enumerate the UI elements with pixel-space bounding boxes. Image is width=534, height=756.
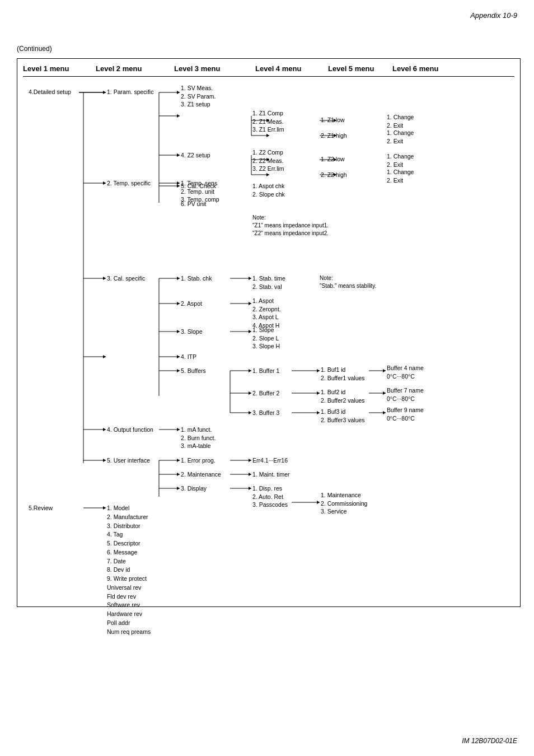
level5-header: Level 5 menu bbox=[328, 64, 392, 73]
l4-maint-timer: 1. Maint. timer bbox=[252, 470, 290, 479]
page: Appendix 10-9 (Continued) Level 1 menu L… bbox=[0, 0, 534, 756]
l4-buf1: 1. Buffer 1 bbox=[252, 367, 279, 375]
l2-param-specific: 1. Param. specific bbox=[107, 88, 153, 96]
l3-z2-setup: 4. Z2 setup bbox=[181, 151, 210, 160]
page-header: Appendix 10-9 bbox=[470, 11, 517, 20]
svg-marker-92 bbox=[249, 459, 251, 462]
l3-display: 3. Display bbox=[181, 484, 207, 493]
l4-buf2: 2. Buffer 2 bbox=[252, 389, 279, 398]
l5-z1high: 2. Z1 high bbox=[321, 132, 347, 140]
svg-marker-62 bbox=[249, 330, 251, 333]
l2-review-items: 1. Model 2. Manufacturer 3. Distributor … bbox=[107, 504, 151, 636]
l4-z1: 1. Z1 Comp 2. Z1 Meas. 3. Z1 Err.lim bbox=[252, 109, 284, 134]
l5-z2low: 1. Z2 low bbox=[321, 155, 345, 164]
svg-marker-69 bbox=[249, 411, 251, 414]
svg-marker-73 bbox=[383, 369, 386, 372]
l2-user-interface: 5. User interface bbox=[107, 456, 150, 465]
svg-marker-71 bbox=[317, 369, 320, 372]
svg-marker-81 bbox=[383, 411, 386, 414]
svg-marker-8 bbox=[103, 277, 106, 280]
svg-marker-75 bbox=[317, 391, 320, 395]
l5-z1low: 1. Z1 low bbox=[321, 116, 345, 124]
l5-passcodes: 1. Maintenance 2. Commissioning 3. Servi… bbox=[321, 491, 367, 516]
svg-marker-88 bbox=[177, 473, 180, 476]
svg-marker-21 bbox=[177, 114, 180, 118]
diagram-container: Level 1 menu Level 2 menu Level 3 menu L… bbox=[17, 58, 521, 607]
svg-marker-14 bbox=[103, 459, 106, 462]
l4-aspot: 1. Aspot 2. Zeropnt. 3. Aspot L 4. Aspot… bbox=[252, 297, 281, 330]
svg-marker-60 bbox=[249, 302, 251, 305]
l4-buf3: 3. Buffer 3 bbox=[252, 409, 279, 417]
continued-label: (Continued) bbox=[17, 45, 517, 53]
l6-buf9: Buffer 9 name 0°C···80°C bbox=[387, 406, 424, 422]
l5-buf1: 1. Buf1 id 2. Buffer1 values bbox=[321, 366, 365, 382]
svg-marker-58 bbox=[249, 277, 251, 280]
l3-slope: 3. Slope bbox=[181, 328, 203, 336]
svg-marker-77 bbox=[383, 391, 386, 395]
level4-header: Level 4 menu bbox=[255, 64, 328, 73]
svg-marker-30 bbox=[266, 134, 269, 137]
l4-stab: 1. Stab. time 2. Stab. val bbox=[252, 274, 285, 291]
l3-buffers: 5. Buffers bbox=[181, 367, 206, 375]
l6-z2low: 1. Change 2. Exit bbox=[387, 152, 414, 169]
l1-review: 5.Review bbox=[29, 504, 53, 512]
svg-marker-16 bbox=[103, 506, 106, 510]
l3-param-items: 1. SV Meas. 2. SV Param. 3. Z1 setup bbox=[181, 84, 216, 109]
note-z-impedance: Note: "Z1" means impedance input1. "Z2" … bbox=[252, 214, 329, 237]
l6-buf7: Buffer 7 name 0°C···80°C bbox=[387, 386, 424, 403]
l4-cal: 1. Aspot chk 2. Slope chk bbox=[252, 182, 285, 198]
l1-detailed-setup: 4.Detailed setup bbox=[29, 88, 71, 96]
l4-slope: 1. Slope 2. Slope L 3. Slope H bbox=[252, 326, 280, 351]
l3-error-prog: 1. Error prog. bbox=[181, 456, 216, 465]
svg-marker-19 bbox=[177, 91, 180, 94]
svg-marker-48 bbox=[177, 277, 180, 280]
l4-error: Err4.1···Err16 bbox=[252, 456, 288, 465]
svg-marker-12 bbox=[103, 428, 106, 431]
svg-marker-90 bbox=[177, 487, 180, 490]
l5-buf3: 1. Buf3 id 2. Buffer3 values bbox=[321, 408, 365, 424]
svg-marker-86 bbox=[177, 459, 180, 462]
svg-marker-10 bbox=[103, 355, 106, 358]
svg-marker-25 bbox=[177, 184, 180, 188]
level2-header: Level 2 menu bbox=[96, 64, 174, 73]
l6-z1low: 1. Change 2. Exit bbox=[387, 113, 414, 129]
svg-marker-98 bbox=[317, 501, 320, 504]
l2-cal-specific: 3. Cal. specific bbox=[107, 274, 145, 283]
l3-ma-items: 1. mA funct. 2. Burn funct. 3. mA-table bbox=[181, 426, 216, 450]
svg-marker-39 bbox=[266, 173, 269, 176]
l5-buf2: 1. Buf2 id 2. Buffer2 values bbox=[321, 388, 365, 404]
level-headers: Level 1 menu Level 2 menu Level 3 menu L… bbox=[23, 64, 514, 77]
l4-disp: 1. Disp. res 2. Auto. Ret 3. Passcodes bbox=[252, 484, 288, 509]
page-footer: IM 12B07D02-01E bbox=[462, 737, 517, 745]
svg-marker-6 bbox=[103, 181, 106, 185]
l6-buf4: Buffer 4 name 0°C···80°C bbox=[387, 364, 424, 380]
diagram-body: 4.Detailed setup 5.Review 1. Param. spec… bbox=[23, 82, 514, 598]
level3-header: Level 3 menu bbox=[174, 64, 255, 73]
level6-header: Level 6 menu bbox=[392, 64, 448, 73]
note-stab: Note: "Stab." means stability. bbox=[320, 274, 376, 290]
svg-marker-56 bbox=[177, 369, 180, 372]
svg-marker-83 bbox=[177, 428, 180, 431]
svg-marker-45 bbox=[177, 181, 180, 185]
svg-marker-23 bbox=[177, 153, 180, 157]
l4-z2: 1. Z2 Comp 2. Z2 Meas. 3. Z2 Err.lim bbox=[252, 148, 284, 173]
l2-output-function: 4. Output function bbox=[107, 426, 153, 434]
l2-temp-specific: 2. Temp. specific bbox=[107, 179, 151, 188]
l3-stab-chk: 1. Stab. chk bbox=[181, 274, 212, 283]
svg-marker-50 bbox=[177, 302, 180, 305]
svg-marker-79 bbox=[317, 411, 320, 414]
l3-temp-items: 1. Temp. sens 2. Temp. unit 3. Temp. com… bbox=[181, 179, 219, 204]
l3-aspot: 2. Aspot bbox=[181, 300, 202, 308]
l6-z1high: 1. Change 2. Exit bbox=[387, 129, 414, 145]
svg-marker-94 bbox=[249, 473, 251, 476]
l3-maintenance: 2. Maintenance bbox=[181, 470, 221, 479]
l3-itp: 4. ITP bbox=[181, 353, 196, 361]
level1-header: Level 1 menu bbox=[23, 64, 96, 73]
svg-marker-54 bbox=[177, 355, 180, 358]
svg-marker-67 bbox=[249, 391, 251, 395]
l6-z2high: 1. Change 2. Exit bbox=[387, 168, 414, 184]
l5-z2high: 2. Z2 high bbox=[321, 171, 347, 179]
svg-marker-65 bbox=[249, 369, 251, 372]
svg-marker-52 bbox=[177, 330, 180, 333]
svg-marker-3 bbox=[103, 91, 106, 94]
